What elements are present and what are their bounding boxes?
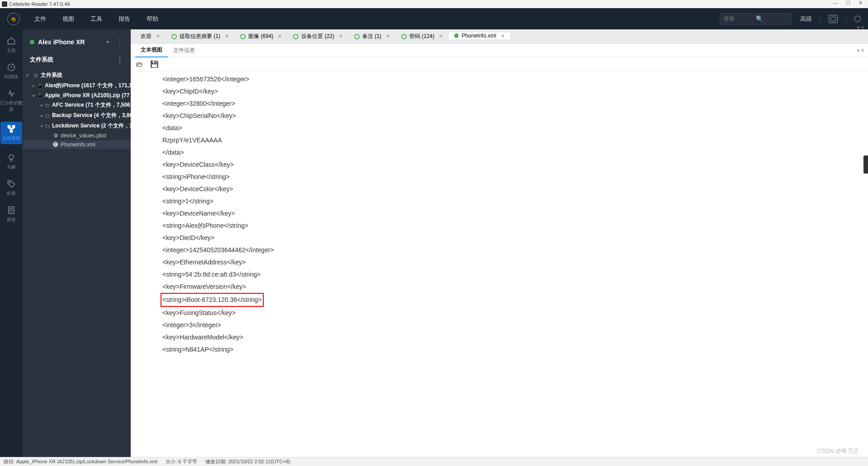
document-tab[interactable]: PhoneInfo.xml✕ [449,33,511,39]
xml-line: <key>DeviceClass</key> [162,159,836,171]
search-input[interactable]: 搜索 🔍 [720,13,792,25]
close-icon[interactable]: ✕ [156,33,160,39]
chevron-down-icon: ▾ [41,123,43,128]
tree-label: AFC Service (71 个文件，7,506 [52,101,130,109]
tab-label: PhoneInfo.xml [461,33,496,39]
divider [846,14,846,24]
divider [820,14,821,24]
menu-help[interactable]: 帮助 [147,15,158,23]
rail-tags[interactable]: 标签 [7,179,16,197]
more-icon[interactable]: ⋮ [116,38,123,46]
tabs-dropdown-icon[interactable]: ▾ ✕ [857,48,864,53]
rail-insights-label: 见解 [7,164,16,170]
document-tab[interactable]: 设备位置 (22)✕ [288,33,349,40]
close-icon[interactable]: ✕ [501,33,505,39]
advanced-link[interactable]: 高级 [800,15,812,23]
open-circle-icon [354,34,360,39]
document-tab[interactable]: 图像 (694)✕ [235,33,288,40]
file-toolbar: 🗁 💾 [131,57,868,71]
home-icon [7,37,16,46]
xml-line: <key>ChipSerialNo</key> [162,110,836,122]
file-icon: 🅣 [52,141,59,148]
tab-label: 密码 (124) [409,33,434,40]
minimize-button[interactable]: — [833,0,838,6]
menu-tools[interactable]: 工具 [90,15,102,23]
tree-file-plist[interactable]: ⚙device_values.plist [23,131,131,140]
rail-insights[interactable]: 见解 [7,153,16,170]
tabs-dropdown-icon[interactable]: ▾ ✕ [857,25,864,30]
rail-timeline[interactable]: 时间线 [5,63,18,80]
sub-tab-file-info[interactable]: 文件信息 [168,44,200,57]
document-tab[interactable]: 欢迎✕ [135,33,166,40]
top-menu-bar: ⎋ 文件 视图 工具 报告 帮助 搜索 🔍 高级 [0,8,868,29]
tree-file-phoneinfo[interactable]: 🅣PhoneInfo.xml [23,140,131,149]
rail-analyzed[interactable]: 已分析的数据 [0,89,23,113]
xml-text-view[interactable]: <integer>165673526</integer><key>ChipID<… [131,71,868,457]
tree-device[interactable]: ▸📱Alex的iPhone (1617 个文件，171,1 [23,80,131,91]
device-header[interactable]: Alex iPhone XR ▾ ⋮ [23,29,131,51]
fs-heading-label: 文件系统 [30,56,53,64]
xml-line: <string>54:2b:8d:ce:a6:d3</string> [162,268,836,281]
tag-icon [7,179,16,188]
fs-heading: 文件系统 ⋮ [23,51,131,68]
open-circle-icon [401,34,407,39]
left-panel: « Alex iPhone XR ▾ ⋮ 文件系统 ⋮ ▾⧉文件系统 ▸📱Ale… [23,29,131,457]
sub-tab-text-view[interactable]: 文本视图 [135,43,168,57]
tree-label: Alex的iPhone (1617 个文件，171,1 [45,82,131,89]
menu-view[interactable]: 视图 [62,15,74,23]
menu-file[interactable]: 文件 [34,15,46,23]
maximize-button[interactable]: ☐ [846,0,850,6]
rail-report[interactable]: 报告 [7,206,16,223]
file-tree: ▾⧉文件系统 ▸📱Alex的iPhone (1617 个文件，171,1 ▾📱A… [23,68,131,151]
more-icon[interactable]: ⋮ [116,55,123,64]
tree-backup[interactable]: ▸🗀Backup Service (4 个文件，3,88 [23,110,131,121]
close-icon[interactable]: ✕ [386,33,390,39]
document-tab[interactable]: 备注 (1)✕ [349,33,396,40]
title-bar: Cellebrite Reader 7.47.0.49 — ☐ ✕ [0,0,868,8]
document-tab[interactable]: 提取信息摘要 (1)✕ [166,33,235,40]
xml-line: <key>FirmwareVersion</key> [162,281,836,293]
rail-filesystem-label: 文件系统 [2,135,20,141]
xml-line: <string>iPhone</string> [162,171,836,183]
xml-line: <integer>3</integer> [162,319,836,331]
close-icon[interactable]: ✕ [225,33,229,39]
tree-zip[interactable]: ▾📱Apple_iPhone XR (A2105).zip (77 [23,91,131,100]
xml-line: <string>iBoot-6723.120.36</string> [162,293,836,307]
tree-root[interactable]: ▾⧉文件系统 [23,70,131,80]
rail-filesystem[interactable]: 文件系统 [0,122,22,144]
chevron-down-icon[interactable]: ▾ [106,39,109,45]
svg-rect-3 [10,130,13,132]
menu-report[interactable]: 报告 [119,15,130,23]
folder-icon: 🗀 [45,102,50,108]
chevron-right-icon: ▸ [41,103,43,108]
xml-line: <string>N841AP</string> [162,344,836,356]
rail-home[interactable]: 主页 [7,37,16,54]
app-icon [2,1,7,7]
status-bar: 路径: Apple_iPhone XR (A2105).zip/Lockdown… [0,457,868,466]
open-folder-button[interactable]: 🗁 [136,60,143,68]
document-tab[interactable]: 密码 (124)✕ [396,33,449,40]
close-icon[interactable]: ✕ [278,33,282,39]
close-button[interactable]: ✕ [859,0,863,6]
main-menu: 文件 视图 工具 报告 帮助 [34,15,158,23]
tree-lockdown[interactable]: ▾🗀Lockdown Service (2 个文件，1 [23,121,131,131]
search-icon[interactable]: 🔍 [756,15,788,22]
view-sub-tabs: ▾ ✕ 文本视图 文件信息 [131,44,868,57]
app-logo: ⎋ [7,13,20,25]
status-dot-icon [30,40,34,44]
xml-line: <integer>32800</integer> [162,98,836,110]
document-tabs: ▾ ✕ 欢迎✕提取信息摘要 (1)✕图像 (694)✕设备位置 (22)✕备注 … [131,29,868,44]
xml-line: <key>HardwareModel</key> [162,331,836,344]
tree-afc[interactable]: ▸🗀AFC Service (71 个文件，7,506 [23,100,131,110]
phone-icon: 📱 [37,83,43,89]
notification-icon[interactable] [854,16,861,22]
open-circle-icon [171,34,177,39]
close-icon[interactable]: ✕ [339,33,343,39]
status-size: 大小: 6 千字节 [166,458,197,465]
right-panel-handle[interactable] [863,155,868,174]
tree-label: Backup Service (4 个文件，3,88 [52,112,131,119]
save-button[interactable]: 💾 [150,60,159,68]
close-icon[interactable]: ✕ [439,33,443,39]
pulse-icon [7,89,16,98]
screenshot-icon[interactable] [829,15,838,23]
